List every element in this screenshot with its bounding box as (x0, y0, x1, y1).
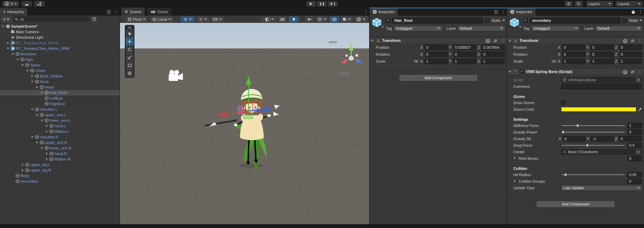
stiffness-slider[interactable] (561, 123, 625, 128)
play-button[interactable] (306, 1, 316, 7)
shading-mode-dropdown[interactable] (262, 16, 277, 22)
foldout-icon[interactable] (513, 180, 516, 183)
expand-arrow-icon[interactable] (21, 163, 24, 166)
rotation-y-field[interactable]: 0 (590, 52, 614, 57)
version-control-button[interactable] (34, 1, 45, 7)
gravity-power-value-field[interactable]: 0 (627, 129, 642, 135)
draw-gizmo-checkbox[interactable] (561, 100, 566, 105)
hierarchy-item[interactable]: Armature (0, 51, 120, 57)
2d-toggle[interactable]: 2D (278, 16, 287, 22)
hierarchy-item[interactable]: Ribbon.L (0, 129, 120, 134)
gameobject-name-field[interactable]: secondary (530, 18, 620, 24)
camera-gizmo[interactable] (167, 69, 184, 84)
scale-y-field[interactable]: 1 (453, 58, 477, 64)
hierarchy-item[interactable]: Hips (0, 57, 120, 62)
kebab-menu-icon[interactable]: ⋮ (501, 9, 505, 14)
hierarchy-item[interactable]: Chest (0, 68, 120, 73)
expand-arrow-icon[interactable] (7, 47, 10, 50)
snap-increment-dropdown[interactable] (211, 16, 224, 22)
expand-arrow-icon[interactable] (11, 53, 15, 56)
kebab-menu-icon[interactable]: ⋮ (114, 9, 118, 14)
expand-arrow-icon[interactable] (40, 119, 44, 122)
view-hand-tool[interactable] (125, 29, 134, 37)
eyedropper-icon[interactable] (638, 107, 642, 111)
hierarchy-search-input[interactable]: All (13, 17, 90, 22)
position-y-field[interactable]: 0 (590, 45, 614, 50)
scale-y-field[interactable]: 1 (590, 58, 614, 64)
rotation-x-field[interactable]: 0 (562, 52, 585, 57)
expand-arrow-icon[interactable] (21, 64, 24, 67)
static-dropdown-caret[interactable] (502, 20, 505, 21)
expand-arrow-icon[interactable] (45, 130, 48, 133)
tab-scene[interactable]: Scene (121, 8, 144, 16)
tag-dropdown[interactable]: Untagged (531, 26, 580, 31)
unlock-icon[interactable] (107, 10, 111, 14)
hierarchy-item[interactable]: LeftEye (0, 95, 120, 101)
tab-hierarchy[interactable]: ≡ Hierarchy (0, 8, 27, 16)
rotation-z-field[interactable]: 0 (619, 52, 642, 57)
hierarchy-item[interactable]: PC_TessakuChan_Melon_VRM (0, 46, 120, 51)
layout-dropdown[interactable]: Layout (616, 1, 643, 7)
help-icon[interactable]: ? (623, 39, 627, 43)
stiffness-value-field[interactable]: 1 (627, 123, 642, 128)
tag-dropdown[interactable]: Untagged (394, 26, 442, 31)
expand-arrow-icon[interactable] (26, 69, 29, 72)
hierarchy-item[interactable]: Spine (0, 62, 120, 68)
gizmo-overlay-handle[interactable] (329, 41, 337, 44)
update-type-dropdown[interactable]: Late Update (561, 185, 642, 191)
effects-dropdown[interactable] (316, 16, 328, 22)
hierarchy-item[interactable]: Ribbon.R (0, 156, 120, 162)
hierarchy-item[interactable]: Directional Light (0, 35, 120, 40)
scene-picker-icon[interactable] (92, 17, 96, 21)
hierarchy-item[interactable]: upper_arm.R (0, 140, 120, 145)
hierarchy-item[interactable]: upper_arm.L (0, 112, 120, 118)
hierarchy-item[interactable]: SampleScene* (0, 24, 120, 29)
pause-button[interactable] (317, 1, 327, 7)
gravity-dir-y-field[interactable]: -1 (591, 136, 614, 142)
expand-arrow-icon[interactable] (40, 91, 44, 94)
script-object-field[interactable]: # VRMSpringBone ⊙ (561, 77, 642, 83)
handle-rotation-dropdown[interactable]: Local (150, 16, 173, 22)
drag-force-slider[interactable] (561, 143, 625, 148)
link-constrain-icon[interactable] (551, 60, 556, 63)
kebab-menu-icon[interactable]: ⋮ (364, 9, 368, 14)
foldout-icon[interactable] (371, 39, 374, 42)
hidden-objects-toggle[interactable] (329, 16, 339, 22)
hierarchy-item[interactable]: Main Camera (0, 29, 120, 35)
add-component-button[interactable]: Add Component (536, 201, 615, 208)
kebab-menu-icon[interactable]: ⋮ (638, 9, 643, 14)
rotation-x-field[interactable]: 0 (424, 52, 448, 57)
layer-dropdown[interactable]: Default (458, 26, 505, 31)
scene-orientation-gizmo[interactable]: y (337, 40, 368, 75)
expand-arrow-icon[interactable] (31, 108, 34, 111)
gizmo-lock-icon[interactable] (358, 44, 362, 48)
active-checkbox[interactable] (523, 18, 528, 23)
lock-icon[interactable] (632, 10, 635, 14)
scale-z-field[interactable]: 1 (619, 58, 642, 64)
link-constrain-icon[interactable] (414, 60, 419, 63)
kebab-menu-icon[interactable]: ⋮ (501, 38, 505, 43)
rotate-tool[interactable] (125, 45, 134, 53)
expand-arrow-icon[interactable] (31, 136, 34, 139)
object-picker-icon[interactable]: ⊙ (636, 149, 641, 154)
hierarchy-item[interactable]: lower_arm.L (0, 118, 120, 123)
hierarchy-item[interactable]: Head (0, 84, 120, 90)
expand-arrow-icon[interactable] (2, 25, 5, 28)
preset-icon[interactable] (493, 39, 497, 43)
tab-inspector[interactable]: i Inspector (370, 8, 398, 16)
add-object-button[interactable]: + (1, 17, 11, 22)
hierarchy-item[interactable]: upper_leg.L (0, 162, 120, 167)
hierarchy-item[interactable]: RightEye (0, 101, 120, 107)
position-y-field[interactable]: 0.035837 (453, 45, 477, 50)
expand-arrow-icon[interactable] (31, 80, 34, 83)
expand-arrow-icon[interactable] (31, 75, 34, 78)
grid-snap-toggle[interactable] (181, 16, 195, 22)
grid-visibility-dropdown[interactable] (196, 16, 209, 22)
tab-game[interactable]: Game (148, 8, 171, 16)
hit-radius-value-field[interactable]: 0.02 (627, 172, 642, 177)
foldout-icon[interactable] (513, 157, 516, 160)
foldout-icon[interactable] (508, 70, 512, 73)
hierarchy-item[interactable]: shoulder.R (0, 134, 120, 140)
position-z-field[interactable]: 0.007804 (482, 45, 505, 50)
rect-tool[interactable] (125, 61, 134, 69)
